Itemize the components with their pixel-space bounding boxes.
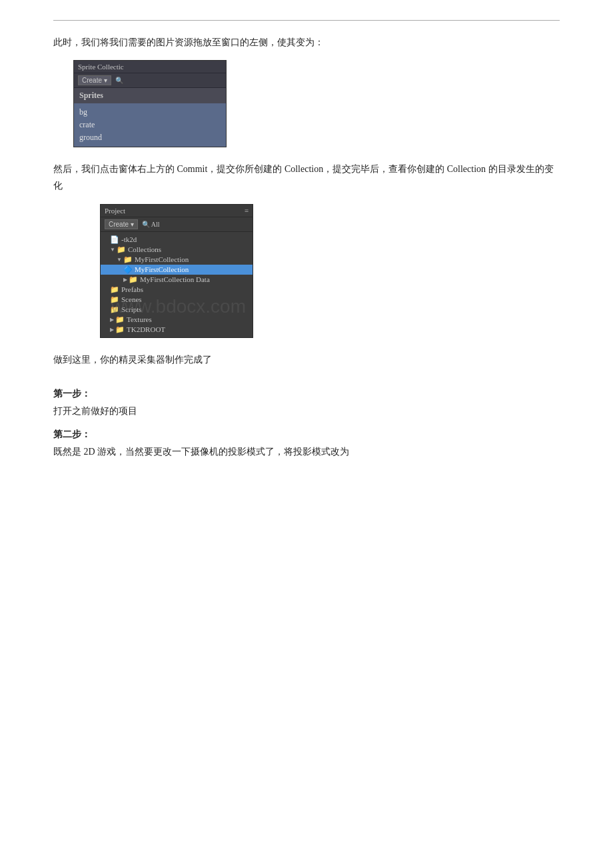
- step1-label: 第一步：: [53, 388, 560, 400]
- tree-item-myfirstcollection-file[interactable]: 🔷 MyFirstCollection: [101, 265, 253, 275]
- project-panel-menu-icon[interactable]: ≡: [245, 207, 249, 215]
- tree-item-label: Prefabs: [121, 285, 143, 293]
- tree-item-label: MyFirstCollection Data: [140, 275, 210, 283]
- folder-icon: 📁: [117, 245, 126, 254]
- folder-icon: 📁: [129, 275, 138, 284]
- folder-icon: 📁: [115, 325, 125, 334]
- top-divider: [53, 20, 560, 21]
- done-section: 做到这里，你的精灵采集器制作完成了: [53, 351, 560, 368]
- unity-icon: 🔷: [123, 265, 133, 274]
- arrow-icon: ▶: [110, 317, 114, 323]
- tree-item-textures[interactable]: ▶ 📁 Textures: [101, 315, 253, 325]
- tree-item-scenes[interactable]: 📁 Scenes: [101, 295, 253, 305]
- sprite-item-ground[interactable]: ground: [79, 131, 221, 144]
- sprite-section-header: Sprites: [74, 88, 226, 103]
- done-paragraph: 做到这里，你的精灵采集器制作完成了: [53, 351, 560, 368]
- middle-section: 然后，我们点击窗体右上方的 Commit，提交你所创建的 Collection，…: [53, 161, 560, 337]
- project-create-button[interactable]: Create ▾: [105, 219, 138, 229]
- project-panel-toolbar: Create ▾ 🔍 All: [101, 217, 253, 232]
- tree-item-label: -tk2d: [121, 235, 137, 243]
- project-panel: Project ≡ Create ▾ 🔍 All 📄 -tk2d ▼ 📁: [100, 204, 253, 338]
- folder-icon: 📁: [115, 315, 125, 324]
- final-sections: 第一步： 打开之前做好的项目 第二步： 既然是 2D 游戏，当然要更改一下摄像机…: [53, 388, 560, 460]
- tree-item-label: Textures: [127, 315, 152, 323]
- sprite-panel-title: Sprite Collectic: [74, 61, 226, 73]
- tree-item-tk2d[interactable]: 📄 -tk2d: [101, 235, 253, 245]
- arrow-icon: ▶: [123, 277, 127, 283]
- file-icon: 📄: [110, 235, 119, 244]
- sprite-panel-title-text: Sprite Collectic: [78, 63, 124, 71]
- tree-item-label: Collections: [128, 245, 161, 253]
- tree-item-collections[interactable]: ▼ 📁 Collections: [101, 245, 253, 255]
- folder-icon: 📁: [110, 285, 119, 294]
- folder-icon: 📁: [110, 305, 119, 314]
- sprite-create-button[interactable]: Create ▾: [78, 75, 111, 85]
- tree-item-myfirstcollection-data[interactable]: ▶ 📁 MyFirstCollection Data: [101, 275, 253, 285]
- tree-item-prefabs[interactable]: 📁 Prefabs: [101, 285, 253, 295]
- tree-item-label: TK2DROOT: [127, 325, 165, 333]
- project-search-text: 🔍 All: [142, 221, 160, 228]
- sprite-items-list: bg crate ground: [74, 103, 226, 147]
- tree-item-scripts[interactable]: 📁 Scripts: [101, 305, 253, 315]
- arrow-icon: ▶: [110, 327, 114, 333]
- tree-item-label: MyFirstCollection: [135, 265, 189, 273]
- tree-item-tk2droot[interactable]: ▶ 📁 TK2DROOT: [101, 325, 253, 335]
- sprite-item-bg[interactable]: bg: [79, 106, 221, 119]
- tree-item-label: MyFirstCollection: [135, 255, 189, 263]
- project-tree: 📄 -tk2d ▼ 📁 Collections ▼ 📁 MyFirstColle…: [101, 232, 253, 337]
- step2-content: 既然是 2D 游戏，当然要更改一下摄像机的投影模式了，将投影模式改为: [53, 443, 560, 460]
- sprite-search-icon: 🔍: [115, 77, 123, 84]
- sprite-collection-panel: Sprite Collectic Create ▾ 🔍 Sprites bg c…: [73, 60, 227, 147]
- folder-icon: 📁: [110, 295, 119, 304]
- middle-paragraph: 然后，我们点击窗体右上方的 Commit，提交你所创建的 Collection，…: [53, 161, 560, 194]
- page-container: 此时，我们将我们需要的图片资源拖放至窗口的左侧，使其变为： Sprite Col…: [0, 0, 613, 868]
- arrow-icon: ▼: [117, 257, 122, 263]
- step1-content: 打开之前做好的项目: [53, 403, 560, 419]
- intro-section: 此时，我们将我们需要的图片资源拖放至窗口的左侧，使其变为： Sprite Col…: [53, 34, 560, 147]
- project-panel-title-bar: Project ≡: [101, 205, 253, 217]
- top-paragraph: 此时，我们将我们需要的图片资源拖放至窗口的左侧，使其变为：: [53, 34, 560, 51]
- tree-item-myfirstcollection-folder[interactable]: ▼ 📁 MyFirstCollection: [101, 255, 253, 265]
- tree-item-label: Scenes: [121, 295, 142, 303]
- arrow-icon: ▼: [110, 247, 115, 253]
- sprite-item-crate[interactable]: crate: [79, 119, 221, 131]
- project-panel-title-text: Project: [105, 207, 125, 215]
- step2-label: 第二步：: [53, 429, 560, 441]
- sprite-panel-toolbar: Create ▾ 🔍: [74, 73, 226, 88]
- folder-icon: 📁: [123, 255, 133, 264]
- tree-item-label: Scripts: [121, 305, 142, 313]
